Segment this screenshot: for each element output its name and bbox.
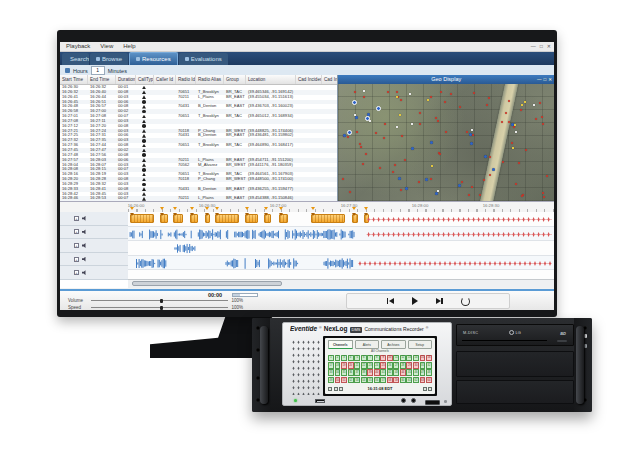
channel-cell[interactable]: 63 bbox=[420, 377, 426, 384]
timeline-scrollbar[interactable] bbox=[128, 279, 554, 288]
incident-marker[interactable] bbox=[539, 102, 541, 104]
channel-cell[interactable]: 16 bbox=[426, 355, 432, 362]
column-header[interactable]: Cad Incident Type bbox=[296, 75, 322, 84]
incident-marker[interactable] bbox=[543, 196, 545, 198]
channel-cell[interactable]: 56 bbox=[374, 377, 380, 384]
incident-marker[interactable] bbox=[404, 159, 406, 161]
poi-marker[interactable] bbox=[437, 190, 439, 192]
poi-marker[interactable] bbox=[431, 165, 433, 167]
volume-slider[interactable] bbox=[91, 300, 228, 301]
poi-marker[interactable] bbox=[396, 126, 398, 128]
channel-cell[interactable]: 2 bbox=[335, 355, 341, 362]
channel-cell[interactable]: 15 bbox=[420, 355, 426, 362]
incident-marker[interactable] bbox=[461, 181, 463, 183]
unit-cluster-icon[interactable] bbox=[352, 100, 357, 105]
speed-slider-thumb[interactable] bbox=[160, 306, 163, 310]
satellite-map[interactable] bbox=[338, 84, 554, 201]
incident-marker[interactable] bbox=[473, 92, 475, 94]
mini-progress-bar[interactable] bbox=[232, 293, 258, 297]
unit-cluster-icon[interactable] bbox=[347, 130, 352, 135]
incident-marker[interactable] bbox=[518, 162, 520, 164]
map-minimize-icon[interactable]: — bbox=[537, 75, 542, 84]
channel-cell[interactable]: 58 bbox=[387, 377, 393, 384]
column-header[interactable]: Start Time bbox=[60, 75, 88, 84]
incident-marker[interactable] bbox=[384, 123, 386, 125]
call-segment[interactable] bbox=[205, 214, 210, 223]
menu-help[interactable]: Help bbox=[123, 42, 135, 51]
channel-cell[interactable]: 46 bbox=[413, 369, 419, 376]
poi-marker[interactable] bbox=[427, 99, 429, 101]
channel-cell[interactable]: 12 bbox=[400, 355, 406, 362]
tab-resources[interactable]: Resources bbox=[129, 52, 178, 65]
channel-cell[interactable]: 50 bbox=[335, 377, 341, 384]
incident-marker[interactable] bbox=[450, 93, 452, 95]
incident-marker[interactable] bbox=[439, 153, 441, 155]
call-segment[interactable] bbox=[130, 214, 153, 223]
incident-marker[interactable] bbox=[401, 135, 403, 137]
channel-cell[interactable]: 49 bbox=[328, 377, 334, 384]
play-button[interactable] bbox=[412, 297, 418, 305]
incident-marker[interactable] bbox=[542, 123, 544, 125]
speaker-icon[interactable] bbox=[82, 243, 87, 248]
channel-cell[interactable]: 36 bbox=[348, 369, 354, 376]
incident-marker[interactable] bbox=[472, 134, 474, 136]
channel-cell[interactable]: 35 bbox=[341, 369, 347, 376]
unit-marker[interactable] bbox=[405, 187, 408, 190]
speaker-icon[interactable] bbox=[82, 257, 87, 262]
expand-box-icon[interactable]: + bbox=[74, 243, 79, 248]
unit-marker[interactable] bbox=[343, 134, 346, 137]
poi-marker[interactable] bbox=[514, 124, 516, 126]
poi-marker[interactable] bbox=[411, 123, 413, 125]
incident-marker[interactable] bbox=[379, 167, 381, 169]
call-segment[interactable] bbox=[190, 214, 199, 223]
call-segment[interactable] bbox=[215, 214, 238, 223]
next-button[interactable] bbox=[436, 298, 443, 304]
channel-cell[interactable]: 48 bbox=[426, 369, 432, 376]
speaker-icon[interactable] bbox=[82, 270, 87, 275]
call-segment[interactable] bbox=[279, 214, 288, 223]
expand-box-icon[interactable]: + bbox=[74, 216, 79, 221]
channel-cell[interactable]: 18 bbox=[335, 362, 341, 369]
channel-cell[interactable]: 28 bbox=[400, 362, 406, 369]
incident-marker[interactable] bbox=[445, 131, 447, 133]
channel-cell[interactable]: 60 bbox=[400, 377, 406, 384]
channel-cell[interactable]: 61 bbox=[406, 377, 412, 384]
incident-marker[interactable] bbox=[400, 189, 402, 191]
channel-cell[interactable]: 62 bbox=[413, 377, 419, 384]
incident-marker[interactable] bbox=[541, 116, 543, 118]
tab-evaluations[interactable]: Evaluations bbox=[179, 53, 228, 65]
incident-marker[interactable] bbox=[542, 192, 544, 194]
incident-marker[interactable] bbox=[362, 163, 364, 165]
poi-marker[interactable] bbox=[363, 90, 365, 92]
channel-cell[interactable]: 11 bbox=[393, 355, 399, 362]
channel-cell[interactable]: 22 bbox=[361, 362, 367, 369]
poi-marker[interactable] bbox=[524, 101, 526, 103]
column-header[interactable]: Group bbox=[224, 75, 246, 84]
column-header[interactable]: Location bbox=[246, 75, 296, 84]
incident-marker[interactable] bbox=[459, 106, 461, 108]
poi-marker[interactable] bbox=[533, 104, 535, 106]
incident-marker[interactable] bbox=[515, 183, 517, 185]
poi-marker[interactable] bbox=[396, 96, 398, 98]
channel-cell[interactable]: 4 bbox=[348, 355, 354, 362]
channel-cell[interactable]: 9 bbox=[380, 355, 386, 362]
expand-box-icon[interactable]: + bbox=[74, 270, 79, 275]
incident-marker[interactable] bbox=[502, 161, 504, 163]
channel-cell[interactable]: 64 bbox=[426, 377, 432, 384]
channel-cell[interactable]: 20 bbox=[348, 362, 354, 369]
column-header[interactable]: Cad Incident Id bbox=[322, 75, 337, 84]
channel-cell[interactable]: 19 bbox=[341, 362, 347, 369]
call-segment[interactable] bbox=[364, 214, 368, 223]
channel-cell[interactable]: 30 bbox=[413, 362, 419, 369]
incident-marker[interactable] bbox=[418, 181, 420, 183]
call-segment[interactable] bbox=[311, 214, 345, 223]
incident-marker[interactable] bbox=[440, 91, 442, 93]
channel-cell[interactable]: 41 bbox=[380, 369, 386, 376]
lcd-tab[interactable]: Archives bbox=[381, 340, 406, 349]
lcd-screen[interactable]: ChannelsAlertsArchivesSetup All Channels… bbox=[325, 338, 435, 394]
channel-cell[interactable]: 51 bbox=[341, 377, 347, 384]
incident-marker[interactable] bbox=[511, 142, 513, 144]
unit-marker[interactable] bbox=[411, 147, 414, 150]
incident-marker[interactable] bbox=[525, 149, 527, 151]
incident-marker[interactable] bbox=[444, 101, 446, 103]
